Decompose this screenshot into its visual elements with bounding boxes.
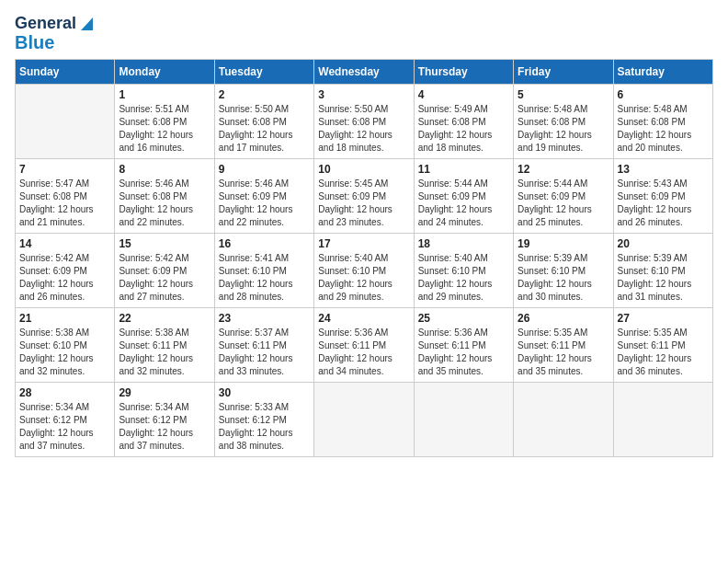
- calendar-cell: 2Sunrise: 5:50 AM Sunset: 6:08 PM Daylig…: [214, 84, 313, 158]
- day-info: Sunrise: 5:46 AM Sunset: 6:09 PM Dayligh…: [219, 178, 310, 229]
- calendar-cell: 11Sunrise: 5:44 AM Sunset: 6:09 PM Dayli…: [414, 158, 513, 233]
- week-row-2: 7Sunrise: 5:47 AM Sunset: 6:08 PM Daylig…: [16, 158, 713, 233]
- page-header: General Blue: [15, 15, 713, 52]
- day-number: 24: [318, 312, 409, 325]
- calendar-cell: 21Sunrise: 5:38 AM Sunset: 6:10 PM Dayli…: [16, 307, 115, 382]
- calendar-cell: 28Sunrise: 5:34 AM Sunset: 6:12 PM Dayli…: [16, 382, 115, 456]
- day-info: Sunrise: 5:48 AM Sunset: 6:08 PM Dayligh…: [618, 103, 709, 155]
- column-header-monday: Monday: [115, 59, 214, 84]
- week-row-4: 21Sunrise: 5:38 AM Sunset: 6:10 PM Dayli…: [16, 307, 713, 382]
- calendar-cell: 9Sunrise: 5:46 AM Sunset: 6:09 PM Daylig…: [214, 158, 313, 233]
- calendar-cell: 18Sunrise: 5:40 AM Sunset: 6:10 PM Dayli…: [414, 233, 513, 307]
- week-row-1: 1Sunrise: 5:51 AM Sunset: 6:08 PM Daylig…: [16, 84, 713, 158]
- day-info: Sunrise: 5:34 AM Sunset: 6:12 PM Dayligh…: [119, 401, 210, 453]
- day-info: Sunrise: 5:47 AM Sunset: 6:08 PM Dayligh…: [19, 178, 110, 229]
- calendar-cell: 12Sunrise: 5:44 AM Sunset: 6:09 PM Dayli…: [514, 158, 613, 233]
- day-info: Sunrise: 5:45 AM Sunset: 6:09 PM Dayligh…: [318, 178, 409, 229]
- logo: General Blue: [15, 15, 93, 52]
- day-info: Sunrise: 5:38 AM Sunset: 6:11 PM Dayligh…: [119, 327, 210, 378]
- day-number: 22: [119, 312, 210, 325]
- calendar-cell: 17Sunrise: 5:40 AM Sunset: 6:10 PM Dayli…: [314, 233, 414, 307]
- calendar-cell: [16, 84, 115, 158]
- day-info: Sunrise: 5:50 AM Sunset: 6:08 PM Dayligh…: [219, 103, 310, 155]
- logo-text: General: [15, 15, 76, 33]
- calendar-cell: 25Sunrise: 5:36 AM Sunset: 6:11 PM Dayli…: [414, 307, 513, 382]
- day-info: Sunrise: 5:39 AM Sunset: 6:10 PM Dayligh…: [618, 252, 709, 304]
- day-info: Sunrise: 5:41 AM Sunset: 6:10 PM Dayligh…: [219, 252, 310, 304]
- calendar-cell: 29Sunrise: 5:34 AM Sunset: 6:12 PM Dayli…: [115, 382, 214, 456]
- calendar-cell: 24Sunrise: 5:36 AM Sunset: 6:11 PM Dayli…: [314, 307, 414, 382]
- day-number: 21: [19, 312, 110, 325]
- day-info: Sunrise: 5:51 AM Sunset: 6:08 PM Dayligh…: [119, 103, 210, 155]
- day-number: 10: [318, 163, 409, 176]
- day-number: 26: [518, 312, 609, 325]
- day-info: Sunrise: 5:36 AM Sunset: 6:11 PM Dayligh…: [318, 327, 409, 378]
- calendar-cell: 3Sunrise: 5:50 AM Sunset: 6:08 PM Daylig…: [314, 84, 414, 158]
- column-header-saturday: Saturday: [613, 59, 712, 84]
- calendar-cell: 5Sunrise: 5:48 AM Sunset: 6:08 PM Daylig…: [514, 84, 613, 158]
- calendar-cell: [613, 382, 712, 456]
- calendar-cell: 14Sunrise: 5:42 AM Sunset: 6:09 PM Dayli…: [16, 233, 115, 307]
- day-number: 6: [618, 88, 709, 101]
- day-number: 27: [618, 312, 709, 325]
- day-info: Sunrise: 5:44 AM Sunset: 6:09 PM Dayligh…: [518, 178, 609, 229]
- day-number: 9: [219, 163, 310, 176]
- day-number: 2: [219, 88, 310, 101]
- day-number: 17: [318, 237, 409, 250]
- calendar-cell: 15Sunrise: 5:42 AM Sunset: 6:09 PM Dayli…: [115, 233, 214, 307]
- day-info: Sunrise: 5:37 AM Sunset: 6:11 PM Dayligh…: [219, 327, 310, 378]
- day-number: 5: [518, 88, 609, 101]
- day-info: Sunrise: 5:33 AM Sunset: 6:12 PM Dayligh…: [219, 401, 310, 453]
- day-info: Sunrise: 5:44 AM Sunset: 6:09 PM Dayligh…: [418, 178, 509, 229]
- day-info: Sunrise: 5:38 AM Sunset: 6:10 PM Dayligh…: [19, 327, 110, 378]
- day-info: Sunrise: 5:42 AM Sunset: 6:09 PM Dayligh…: [119, 252, 210, 304]
- day-number: 4: [418, 88, 509, 101]
- day-number: 15: [119, 237, 210, 250]
- calendar-cell: 7Sunrise: 5:47 AM Sunset: 6:08 PM Daylig…: [16, 158, 115, 233]
- calendar-cell: [514, 382, 613, 456]
- calendar-table: SundayMondayTuesdayWednesdayThursdayFrid…: [15, 59, 713, 457]
- day-info: Sunrise: 5:40 AM Sunset: 6:10 PM Dayligh…: [318, 252, 409, 304]
- column-header-sunday: Sunday: [16, 59, 115, 84]
- day-number: 23: [219, 312, 310, 325]
- calendar-cell: 20Sunrise: 5:39 AM Sunset: 6:10 PM Dayli…: [613, 233, 712, 307]
- day-info: Sunrise: 5:46 AM Sunset: 6:08 PM Dayligh…: [119, 178, 210, 229]
- calendar-cell: 27Sunrise: 5:35 AM Sunset: 6:11 PM Dayli…: [613, 307, 712, 382]
- calendar-cell: 10Sunrise: 5:45 AM Sunset: 6:09 PM Dayli…: [314, 158, 414, 233]
- day-number: 7: [19, 163, 110, 176]
- day-number: 18: [418, 237, 509, 250]
- calendar-cell: 8Sunrise: 5:46 AM Sunset: 6:08 PM Daylig…: [115, 158, 214, 233]
- day-number: 3: [318, 88, 409, 101]
- column-header-thursday: Thursday: [414, 59, 513, 84]
- logo-blue: Blue: [15, 33, 54, 52]
- day-number: 12: [518, 163, 609, 176]
- day-info: Sunrise: 5:36 AM Sunset: 6:11 PM Dayligh…: [418, 327, 509, 378]
- calendar-cell: 19Sunrise: 5:39 AM Sunset: 6:10 PM Dayli…: [514, 233, 613, 307]
- calendar-cell: 30Sunrise: 5:33 AM Sunset: 6:12 PM Dayli…: [214, 382, 313, 456]
- day-info: Sunrise: 5:49 AM Sunset: 6:08 PM Dayligh…: [418, 103, 509, 155]
- week-row-3: 14Sunrise: 5:42 AM Sunset: 6:09 PM Dayli…: [16, 233, 713, 307]
- column-header-friday: Friday: [514, 59, 613, 84]
- calendar-cell: 13Sunrise: 5:43 AM Sunset: 6:09 PM Dayli…: [613, 158, 712, 233]
- day-number: 25: [418, 312, 509, 325]
- day-number: 13: [618, 163, 709, 176]
- calendar-cell: 22Sunrise: 5:38 AM Sunset: 6:11 PM Dayli…: [115, 307, 214, 382]
- calendar-cell: 16Sunrise: 5:41 AM Sunset: 6:10 PM Dayli…: [214, 233, 313, 307]
- day-number: 20: [618, 237, 709, 250]
- svg-marker-0: [81, 17, 93, 30]
- logo-icon: [76, 16, 93, 32]
- day-info: Sunrise: 5:34 AM Sunset: 6:12 PM Dayligh…: [19, 401, 110, 453]
- day-number: 30: [219, 386, 310, 399]
- calendar-cell: 1Sunrise: 5:51 AM Sunset: 6:08 PM Daylig…: [115, 84, 214, 158]
- week-row-5: 28Sunrise: 5:34 AM Sunset: 6:12 PM Dayli…: [16, 382, 713, 456]
- day-info: Sunrise: 5:35 AM Sunset: 6:11 PM Dayligh…: [518, 327, 609, 378]
- calendar-cell: [414, 382, 513, 456]
- day-info: Sunrise: 5:50 AM Sunset: 6:08 PM Dayligh…: [318, 103, 409, 155]
- column-header-wednesday: Wednesday: [314, 59, 414, 84]
- day-info: Sunrise: 5:43 AM Sunset: 6:09 PM Dayligh…: [618, 178, 709, 229]
- day-number: 29: [119, 386, 210, 399]
- day-info: Sunrise: 5:42 AM Sunset: 6:09 PM Dayligh…: [19, 252, 110, 304]
- calendar-cell: 23Sunrise: 5:37 AM Sunset: 6:11 PM Dayli…: [214, 307, 313, 382]
- day-number: 1: [119, 88, 210, 101]
- column-header-tuesday: Tuesday: [214, 59, 313, 84]
